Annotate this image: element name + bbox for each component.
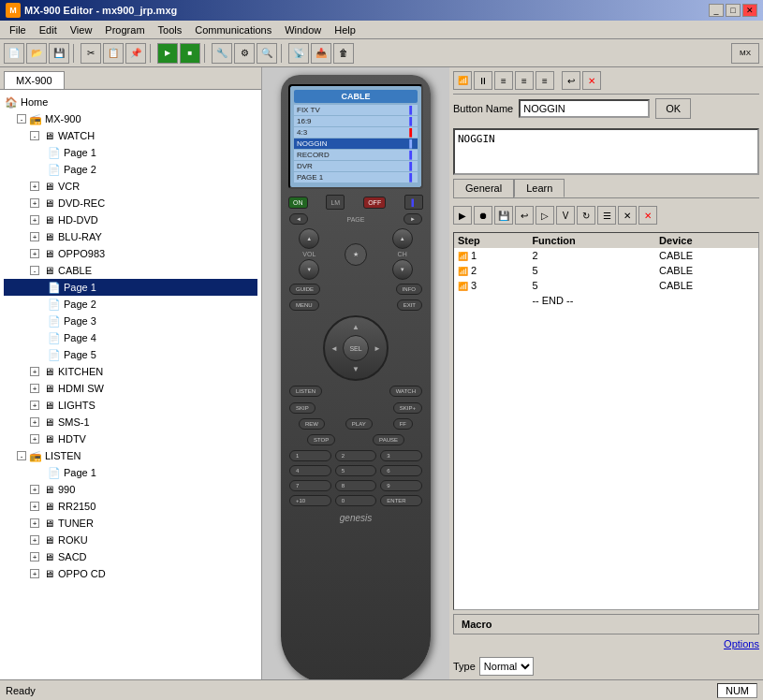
toolbar-btn-8[interactable]: 🗑 — [333, 43, 354, 64]
x-btn[interactable]: ✕ — [618, 206, 637, 225]
tab-general[interactable]: General — [453, 179, 514, 197]
pause-button[interactable]: PAUSE — [373, 434, 404, 445]
tree-vcr[interactable]: + 🖥 VCR — [4, 178, 257, 195]
expand-dvd-rec[interactable]: + — [30, 198, 39, 208]
tree-home[interactable]: 🏠 Home — [4, 94, 257, 110]
expand-watch[interactable]: - — [30, 131, 39, 140]
skip-back-button[interactable]: SKIP — [289, 402, 315, 414]
menu-tools[interactable]: Tools — [153, 22, 188, 37]
menu-edit[interactable]: Edit — [34, 22, 63, 37]
menu-window[interactable]: Window — [279, 22, 327, 37]
num-plus10-button[interactable]: +10 — [289, 495, 331, 506]
tree-oppo983[interactable]: + 🖥 OPPO983 — [4, 245, 257, 262]
expand-oppo-cd[interactable]: + — [30, 569, 39, 578]
tree-rr2150[interactable]: + 🖥 RR2150 — [4, 498, 257, 515]
tree-990[interactable]: + 🖥 990 — [4, 481, 257, 498]
tree-watch[interactable]: - 🖥 WATCH — [4, 127, 257, 144]
nav-left[interactable]: ◄ — [330, 344, 338, 353]
nav-right[interactable]: ► — [374, 344, 381, 353]
expand-sacd[interactable]: + — [30, 552, 39, 561]
cut-button[interactable]: ✂ — [81, 43, 101, 64]
toolbar-btn-7[interactable]: 📥 — [311, 43, 331, 64]
tree-mx900[interactable]: - 📻 MX-900 — [4, 110, 257, 127]
remote-screen-item-2[interactable]: 4:3 ▌ — [294, 127, 418, 138]
options-link[interactable]: Options — [724, 638, 759, 649]
button-text-area[interactable]: NOGGIN — [453, 128, 759, 175]
expand-vcr[interactable]: + — [30, 182, 39, 191]
exit-button[interactable]: EXIT — [397, 299, 422, 311]
num-6-button[interactable]: 6 — [380, 465, 422, 476]
step-row-3[interactable]: 📶 3 5 CABLE — [454, 278, 758, 293]
del-btn[interactable]: ✕ — [638, 206, 657, 225]
menu-help[interactable]: Help — [329, 22, 361, 37]
expand-hdmi-sw[interactable]: + — [30, 384, 39, 393]
watch-button[interactable]: WATCH — [389, 386, 422, 397]
info-button[interactable]: INFO — [396, 284, 422, 295]
expand-rr2150[interactable]: + — [30, 502, 39, 511]
maximize-button[interactable]: □ — [726, 4, 741, 17]
tree-cable-page4[interactable]: 📄 Page 4 — [4, 329, 257, 346]
listen-button[interactable]: LISTEN — [289, 386, 322, 397]
ch-down-button[interactable]: ▼ — [392, 259, 413, 280]
toolbar-btn-2[interactable]: ■ — [180, 43, 200, 64]
nav-up[interactable]: ▲ — [352, 323, 359, 331]
close-x-icon[interactable]: ✕ — [582, 71, 601, 90]
expand-tuner[interactable]: + — [30, 518, 39, 528]
step-row-2[interactable]: 📶 2 5 CABLE — [454, 263, 758, 278]
tree-dvd-rec[interactable]: + 🖥 DVD-REC — [4, 195, 257, 211]
num-7-button[interactable]: 7 — [289, 480, 331, 491]
num-8-button[interactable]: 8 — [335, 480, 377, 491]
expand-oppo983[interactable]: + — [30, 249, 39, 258]
tree-hdmi-sw[interactable]: + 🖥 HDMI SW — [4, 380, 257, 397]
expand-sms1[interactable]: + — [30, 417, 39, 427]
tree-oppo-cd[interactable]: + 🖥 OPPO CD — [4, 565, 257, 582]
expand-blu-ray[interactable]: + — [30, 232, 39, 241]
skip-fwd-button[interactable]: SKIP+ — [393, 402, 422, 414]
new-button[interactable]: 📄 — [4, 43, 24, 64]
vol-up-button[interactable]: ▲ — [299, 228, 319, 249]
save-button[interactable]: 💾 — [49, 43, 69, 64]
play-button[interactable]: PLAY — [345, 418, 373, 430]
remote-screen-item-3[interactable]: RECORD ▌ — [294, 150, 418, 160]
tree-hd-dvd[interactable]: + 🖥 HD-DVD — [4, 211, 257, 228]
tree-cable[interactable]: - 🖥 CABLE — [4, 262, 257, 279]
expand-kitchen[interactable]: + — [30, 367, 39, 376]
stop-btn[interactable]: ⏺ — [474, 206, 492, 225]
tree-listen[interactable]: - 📻 LISTEN — [4, 447, 257, 464]
menu-view[interactable]: View — [65, 22, 98, 37]
mx900-tab[interactable]: MX-900 — [4, 71, 65, 89]
undo-icon[interactable]: ↩ — [562, 71, 580, 90]
expand-lights[interactable]: + — [30, 401, 39, 410]
save-btn[interactable]: 💾 — [494, 206, 513, 225]
tree-cable-page5[interactable]: 📄 Page 5 — [4, 346, 257, 363]
remote-screen-item-4[interactable]: DVR ▌ — [294, 161, 418, 171]
jump-btn[interactable]: ↩ — [515, 206, 534, 225]
expand-listen[interactable]: - — [17, 451, 26, 460]
ff-button[interactable]: FF — [393, 418, 413, 430]
stop-button[interactable]: STOP — [307, 434, 335, 445]
ch-up-button[interactable]: ▲ — [392, 228, 413, 249]
nav-down[interactable]: ▼ — [352, 365, 359, 373]
run-btn[interactable]: ▷ — [536, 206, 554, 225]
tree-watch-page1[interactable]: 📄 Page 1 — [4, 144, 257, 161]
remote-screen-item-noggin[interactable]: NOGGIN ▌ — [294, 139, 418, 149]
num-5-button[interactable]: 5 — [335, 465, 377, 476]
tree-listen-page1[interactable]: 📄 Page 1 — [4, 464, 257, 481]
expand-hd-dvd[interactable]: + — [30, 215, 39, 225]
num-1-button[interactable]: 1 — [289, 450, 331, 461]
menu-communications[interactable]: Communications — [189, 22, 277, 37]
tree-lights[interactable]: + 🖥 LIGHTS — [4, 397, 257, 414]
enter-button[interactable]: ENTER — [380, 495, 422, 506]
toolbar-btn-9[interactable]: MX — [731, 43, 759, 64]
page-next-button[interactable]: ► — [404, 213, 422, 225]
expand-hdtv[interactable]: + — [30, 434, 39, 444]
refresh-btn[interactable]: ↻ — [577, 206, 595, 225]
play-btn[interactable]: ▶ — [453, 206, 472, 225]
off-button[interactable]: OFF — [363, 197, 386, 209]
num-9-button[interactable]: 9 — [380, 480, 422, 491]
tree-blu-ray[interactable]: + 🖥 BLU-RAY — [4, 228, 257, 245]
tree-cable-page1[interactable]: 📄 Page 1 — [4, 279, 257, 296]
copy-button[interactable]: 📋 — [103, 43, 124, 64]
num-4-button[interactable]: 4 — [289, 465, 331, 476]
remote-screen-item-1[interactable]: 16:9 ▌ — [294, 116, 418, 126]
